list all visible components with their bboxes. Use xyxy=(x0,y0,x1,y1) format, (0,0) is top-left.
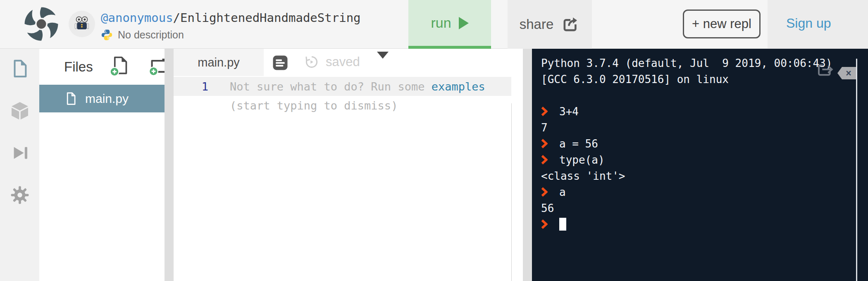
console-line: 3+4 xyxy=(541,104,853,120)
history-icon xyxy=(304,55,319,69)
file-item-main-py[interactable]: main.py xyxy=(39,85,165,112)
console-line-text: 56 xyxy=(541,202,554,214)
console[interactable]: Python 3.7.4 (default, Jul 9 2019, 00:06… xyxy=(532,49,868,281)
examples-link[interactable]: examples xyxy=(432,80,485,93)
console-output: Python 3.7.4 (default, Jul 9 2019, 00:06… xyxy=(541,55,853,233)
console-line-text: Python 3.7.4 (default, Jul 9 2019, 00:06… xyxy=(541,57,832,69)
prompt-icon xyxy=(541,104,559,120)
editor[interactable]: main.py saved 1 Not sure what to do? Run… xyxy=(174,49,523,281)
editor-scrollbar[interactable] xyxy=(511,103,512,281)
files-panel-title: Files xyxy=(64,59,93,75)
share-icon xyxy=(561,15,580,34)
files-header: Files xyxy=(39,49,165,85)
console-line: a xyxy=(541,184,853,200)
robot-icon xyxy=(71,13,93,35)
play-icon xyxy=(459,17,469,29)
list-icon xyxy=(272,55,289,71)
repl-description: No description xyxy=(118,29,184,41)
panel-splitter-right[interactable] xyxy=(523,49,532,281)
prompt-icon xyxy=(541,152,559,168)
prompt-icon xyxy=(541,217,559,233)
save-status: saved xyxy=(304,55,360,69)
console-line-text: a = 56 xyxy=(559,138,598,150)
line-number: 1 xyxy=(174,80,208,93)
file-plus-icon xyxy=(109,56,129,76)
sidebar-item-files[interactable] xyxy=(0,59,39,79)
replit-logo[interactable] xyxy=(23,6,60,42)
console-line-text: <class 'int'> xyxy=(541,170,625,182)
python-icon xyxy=(101,29,113,41)
sidebar-rail xyxy=(0,49,39,281)
save-status-label: saved xyxy=(326,55,360,69)
code-line-1: 1 Not sure what to do? Run some examples xyxy=(174,77,511,96)
run-button[interactable]: run xyxy=(408,0,491,49)
file-name: main.py xyxy=(85,92,129,106)
new-repl-button[interactable]: + new repl xyxy=(683,10,761,38)
console-line: <class 'int'> xyxy=(541,168,853,184)
console-line: a = 56 xyxy=(541,136,853,152)
console-line: type(a) xyxy=(541,152,853,168)
files-icon xyxy=(10,59,29,79)
avatar xyxy=(69,11,95,37)
packages-icon xyxy=(10,101,30,121)
sidebar-item-settings[interactable] xyxy=(0,185,39,205)
console-line: Python 3.7.4 (default, Jul 9 2019, 00:06… xyxy=(541,55,853,71)
sign-up-link[interactable]: Sign up xyxy=(786,16,831,31)
tab-label: main.py xyxy=(198,56,240,69)
console-line: 7 xyxy=(541,120,853,136)
code-line-2: (start typing to dismiss) xyxy=(230,96,398,115)
file-list-toggle-button[interactable] xyxy=(272,55,289,72)
repl-title: @anonymous/EnlightenedHandmadeString xyxy=(101,11,361,25)
open-in-new-tab-button[interactable] xyxy=(816,61,834,79)
header: @anonymous/EnlightenedHandmadeString No … xyxy=(0,0,868,49)
repl-owner: @anonymous xyxy=(101,11,173,25)
run-label: run xyxy=(431,15,451,31)
code-area[interactable]: 1 Not sure what to do? Run some examples… xyxy=(174,76,523,281)
console-line-text: 3+4 xyxy=(559,105,579,118)
share-button[interactable]: share xyxy=(508,0,592,49)
description-row: No description xyxy=(101,29,184,41)
terminal-cursor xyxy=(559,218,566,231)
sidebar-item-packages[interactable] xyxy=(0,101,39,121)
console-line-text: [GCC 6.3.0 20170516] on linux xyxy=(541,73,729,86)
repl-name: /EnlightenedHandmadeString xyxy=(173,11,361,25)
add-file-button[interactable] xyxy=(109,56,129,78)
console-line-text: a xyxy=(559,186,566,198)
tab-main-py[interactable]: main.py xyxy=(174,49,264,76)
history-dropdown-button[interactable] xyxy=(377,59,389,65)
console-line-text: 7 xyxy=(541,121,548,134)
files-panel: Files main.py xyxy=(39,49,165,281)
popup-icon xyxy=(816,61,834,78)
close-icon: × xyxy=(846,68,851,79)
settings-icon xyxy=(10,186,29,205)
chevron-down-icon xyxy=(377,52,389,65)
prompt-icon xyxy=(541,184,559,200)
placeholder-text: Not sure what to do? Run some examples xyxy=(230,80,485,93)
prompt-icon xyxy=(541,136,559,152)
console-scrollbar[interactable] xyxy=(856,59,857,281)
file-icon xyxy=(64,92,78,105)
placeholder-text-before-link: Not sure what to do? Run some xyxy=(230,80,432,93)
console-line: 56 xyxy=(541,200,853,217)
console-line xyxy=(541,88,853,104)
debugger-icon xyxy=(10,143,29,162)
placeholder-second-line: (start typing to dismiss) xyxy=(230,99,398,112)
console-line-text: type(a) xyxy=(559,154,605,166)
console-line xyxy=(541,217,853,233)
panel-splitter-left[interactable] xyxy=(165,49,174,281)
share-label: share xyxy=(520,17,554,32)
new-repl-label: + new repl xyxy=(692,17,751,31)
sidebar-item-debugger[interactable] xyxy=(0,143,39,163)
console-line: [GCC 6.3.0 20170516] on linux xyxy=(541,71,853,88)
